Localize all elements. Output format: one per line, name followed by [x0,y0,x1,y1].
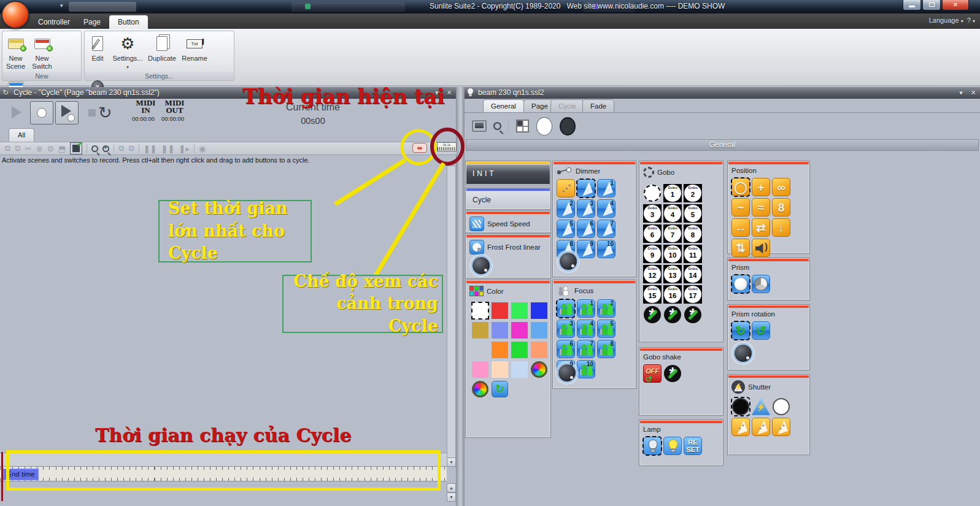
gobo-button[interactable]: Gobo 7 [663,224,682,243]
help-caret-icon[interactable]: ▾ [973,18,975,24]
set-max-time-button[interactable]: ⬌ [412,143,427,153]
color-swatch[interactable] [511,302,528,319]
language-caret-icon[interactable]: ▾ [961,18,963,24]
dimmer-dial-knob[interactable] [558,251,579,272]
tab-all[interactable]: All [9,128,34,142]
dimmer-button[interactable] [577,179,595,197]
save-icon[interactable]: ⬒ [58,144,66,153]
shutter-button[interactable] [731,418,750,436]
beam-window-titlebar[interactable]: beam 230 qn1s.ssl2 ▾ ✕ [465,87,980,99]
settings-button[interactable]: ⚙ Settings... ▾ [111,33,144,73]
gobo-button[interactable]: Gobo 13 [663,265,682,283]
dimmer-button[interactable] [557,179,575,197]
gobo-button[interactable]: Gobo 9 [643,245,662,263]
gobo-button[interactable]: Gobo 10 [663,245,682,263]
vertical-scrollbar[interactable] [447,166,456,459]
gobo-button[interactable] [643,184,662,202]
position-button[interactable]: + [752,178,770,196]
prism-rotation-button[interactable]: ↻ [731,321,750,340]
position-button[interactable]: ⇅ [731,239,750,257]
beam-open-button[interactable] [536,117,552,136]
gobo-button[interactable]: Gobo 17 [684,285,702,304]
color-swatch[interactable] [531,361,547,378]
app-logo[interactable] [1,1,29,29]
position-button[interactable]: ◯ [731,178,750,196]
panel-close-icon[interactable]: ✕ [444,87,455,99]
dimmer-button[interactable]: 4 [597,199,615,218]
cut-icon[interactable]: ✂ [25,144,32,153]
shutter-button[interactable] [772,397,790,416]
page-back-icon[interactable]: ⧉ [118,144,124,153]
color-swatch[interactable] [472,381,488,397]
lamp-button[interactable] [643,437,662,455]
focus-button[interactable]: 2 [597,299,615,318]
color-swatch[interactable] [492,342,508,358]
focus-button[interactable]: 4 [577,320,595,338]
position-button[interactable]: ~ [731,198,750,217]
loop-icon[interactable]: ↻ [98,103,112,123]
new-switch-button[interactable]: + NewSwitch [29,33,55,73]
quick-access-caret-icon[interactable]: ▾ [60,2,63,9]
position-button[interactable]: ∞ [772,178,790,196]
color-swatch[interactable] [472,302,488,319]
tab-page[interactable]: Page [75,15,109,29]
position-button[interactable]: ⇄ [752,218,770,237]
gobo-button[interactable]: Gobo 15 [643,285,662,304]
dimmer-button[interactable]: 9 [577,240,595,258]
focus-button[interactable]: 5 [597,320,615,338]
dimmer-button[interactable]: 7 [597,220,615,238]
gobo-button[interactable]: Gobo 11 [684,245,702,263]
gobo-button[interactable]: Gobo 6 [643,224,662,243]
rename-button[interactable]: Txt Rename [180,33,209,73]
tab-fade[interactable]: Fade [582,99,614,112]
beam-closed-button[interactable] [560,117,576,136]
pause-all-icon[interactable]: ❚❚ [161,144,175,153]
timeline-scroll-up-button[interactable]: ▲ [447,483,456,493]
new-scene-button[interactable]: + NewScene [3,33,28,73]
record-save-button[interactable]: ✔ [70,142,82,155]
edit-button[interactable]: Edit [85,33,110,73]
color-swatch[interactable] [531,342,547,358]
cycle-preset-button[interactable]: Cycle [466,191,550,209]
settings-icon[interactable]: ⚙ [47,144,54,153]
dimmer-button[interactable]: 3 [577,199,595,218]
tab-general[interactable]: General [483,99,524,112]
color-swatch[interactable] [531,302,547,319]
timeline-view-button[interactable]: 0s 1s [437,142,457,151]
gobo-button[interactable]: * [684,305,702,324]
shutter-button[interactable] [772,418,790,436]
layout-grid-icon[interactable] [516,120,529,132]
gobo-button[interactable]: * [643,305,662,324]
copy-icon[interactable]: ⧉ [15,144,20,153]
timeline-playhead[interactable] [1,452,3,501]
dimmer-button[interactable]: 5 [557,220,575,238]
frost-dial-knob[interactable] [471,255,492,276]
color-swatch[interactable] [472,322,488,339]
panel-separator[interactable] [457,87,465,506]
play-button[interactable] [5,101,28,125]
paste-icon[interactable]: ⧉ [5,144,10,153]
init-button[interactable]: INIT [466,165,550,184]
cd-icon[interactable]: ◉ [199,144,206,153]
color-swatch[interactable] [472,361,488,378]
shutter-button[interactable] [752,418,770,436]
prism-button[interactable] [731,275,750,293]
color-swatch[interactable] [492,302,508,319]
gobo-button[interactable]: Gobo 4 [663,204,682,223]
color-swatch[interactable] [531,322,547,339]
pause-step-icon[interactable]: ❚▸ [179,144,190,153]
gobo-button[interactable]: Gobo 12 [643,265,662,283]
gobo-button[interactable]: Gobo 2 [684,184,702,202]
shutter-button[interactable] [731,397,750,416]
position-button[interactable]: 8 [772,198,790,217]
tab-button[interactable]: Button [109,15,148,29]
gobo-shake-button[interactable]: OFF [643,364,662,383]
pause-icon[interactable]: ❚❚ [144,144,157,153]
focus-button[interactable]: 6 [557,340,575,358]
color-swatch[interactable] [511,322,528,339]
focus-button[interactable]: 1 [577,299,595,318]
gobo-button[interactable]: Gobo 3 [643,204,662,223]
focus-button[interactable] [557,299,575,318]
gobo-button[interactable]: Gobo 1 [663,184,682,202]
dimmer-button[interactable]: 1 [597,179,615,197]
